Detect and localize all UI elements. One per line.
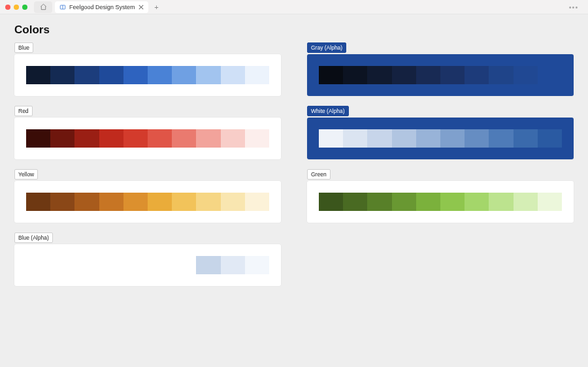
- color-swatch[interactable]: [50, 193, 74, 211]
- color-swatch[interactable]: [123, 129, 148, 148]
- palette-label: Red: [14, 106, 33, 116]
- palette-card[interactable]: [14, 181, 281, 223]
- color-swatch[interactable]: [245, 66, 269, 84]
- color-swatch[interactable]: [343, 193, 367, 211]
- color-swatch[interactable]: [99, 129, 123, 148]
- color-swatch[interactable]: [343, 129, 367, 148]
- color-swatch[interactable]: [440, 129, 465, 148]
- color-swatch[interactable]: [440, 66, 465, 84]
- color-swatch[interactable]: [26, 256, 50, 274]
- color-swatch[interactable]: [367, 129, 391, 148]
- palette-columns: BlueRedYellowBlue (Alpha) Gray (Alpha)Wh…: [14, 40, 574, 294]
- page-title: Colors: [14, 24, 574, 37]
- color-swatch[interactable]: [172, 256, 196, 274]
- palette-group[interactable]: Gray (Alpha): [307, 40, 574, 96]
- close-window-button[interactable]: [5, 5, 10, 10]
- palette-group[interactable]: Blue (Alpha): [14, 231, 281, 286]
- palette-label: Blue: [14, 42, 33, 53]
- palette-group[interactable]: Yellow: [14, 167, 281, 223]
- palette-card[interactable]: [14, 54, 281, 96]
- color-swatch[interactable]: [343, 66, 367, 84]
- color-swatch[interactable]: [172, 129, 196, 148]
- color-swatch[interactable]: [221, 256, 245, 274]
- color-swatch[interactable]: [245, 256, 269, 274]
- palette-card[interactable]: [307, 181, 574, 223]
- color-swatch[interactable]: [489, 66, 513, 84]
- color-swatch[interactable]: [196, 66, 220, 84]
- color-swatch[interactable]: [26, 193, 50, 211]
- color-swatch[interactable]: [196, 129, 220, 148]
- color-swatch[interactable]: [392, 129, 416, 148]
- color-swatch[interactable]: [99, 256, 123, 274]
- color-swatch[interactable]: [514, 66, 538, 84]
- color-swatch[interactable]: [148, 193, 172, 211]
- color-swatch[interactable]: [538, 129, 562, 148]
- color-swatch[interactable]: [172, 193, 196, 211]
- color-swatch[interactable]: [245, 129, 269, 148]
- color-swatch[interactable]: [319, 193, 343, 211]
- color-swatch[interactable]: [50, 129, 74, 148]
- palette-label: White (Alpha): [307, 106, 349, 116]
- color-swatch[interactable]: [489, 129, 513, 148]
- color-swatch[interactable]: [123, 193, 148, 211]
- color-swatch[interactable]: [465, 193, 489, 211]
- color-swatch[interactable]: [148, 129, 172, 148]
- color-swatch[interactable]: [367, 193, 391, 211]
- color-swatch[interactable]: [221, 129, 245, 148]
- palette-group[interactable]: Blue: [14, 40, 281, 96]
- color-swatch[interactable]: [245, 193, 269, 211]
- color-swatch[interactable]: [196, 193, 220, 211]
- color-swatch[interactable]: [367, 66, 391, 84]
- color-swatch[interactable]: [123, 66, 148, 84]
- color-swatch[interactable]: [74, 256, 99, 274]
- color-swatch[interactable]: [221, 193, 245, 211]
- color-swatch[interactable]: [26, 129, 50, 148]
- color-swatch[interactable]: [74, 66, 99, 84]
- color-swatch[interactable]: [148, 66, 172, 84]
- color-swatch[interactable]: [489, 193, 513, 211]
- color-swatch[interactable]: [514, 193, 538, 211]
- palette-group[interactable]: White (Alpha): [307, 104, 574, 159]
- color-swatch[interactable]: [50, 256, 74, 274]
- minimize-window-button[interactable]: [14, 5, 19, 10]
- new-tab-button[interactable]: +: [151, 1, 163, 13]
- palette-group[interactable]: Red: [14, 104, 281, 159]
- color-swatch[interactable]: [392, 193, 416, 211]
- color-swatch[interactable]: [196, 256, 220, 274]
- palette-card[interactable]: [307, 118, 574, 159]
- color-swatch[interactable]: [319, 66, 343, 84]
- palette-card[interactable]: [307, 54, 574, 96]
- palette-card[interactable]: [14, 244, 281, 286]
- color-swatch[interactable]: [392, 66, 416, 84]
- color-swatch[interactable]: [416, 129, 440, 148]
- color-swatch[interactable]: [440, 193, 465, 211]
- color-swatch[interactable]: [319, 129, 343, 148]
- color-swatch[interactable]: [465, 129, 489, 148]
- color-swatch[interactable]: [26, 66, 50, 84]
- color-swatch[interactable]: [416, 66, 440, 84]
- color-swatch[interactable]: [538, 66, 562, 84]
- canvas[interactable]: Colors BlueRedYellowBlue (Alpha) Gray (A…: [0, 14, 588, 303]
- home-button[interactable]: [34, 1, 52, 13]
- color-swatch[interactable]: [148, 256, 172, 274]
- palette-card[interactable]: [14, 118, 281, 159]
- color-swatch[interactable]: [123, 256, 148, 274]
- color-swatch[interactable]: [538, 193, 562, 211]
- color-swatch[interactable]: [221, 66, 245, 84]
- maximize-window-button[interactable]: [22, 5, 27, 10]
- color-swatch[interactable]: [416, 193, 440, 211]
- color-swatch[interactable]: [99, 193, 123, 211]
- palette-label: Blue (Alpha): [14, 232, 53, 243]
- color-swatch[interactable]: [99, 66, 123, 84]
- color-swatch[interactable]: [514, 129, 538, 148]
- palette-group[interactable]: Green: [307, 167, 574, 223]
- overflow-menu-button[interactable]: •••: [564, 1, 583, 13]
- color-swatch[interactable]: [172, 66, 196, 84]
- close-tab-icon[interactable]: [139, 5, 144, 10]
- color-swatch[interactable]: [74, 129, 99, 148]
- color-swatch[interactable]: [50, 66, 74, 84]
- component-icon: [59, 4, 66, 10]
- document-tab[interactable]: Feelgood Design System: [55, 1, 148, 13]
- color-swatch[interactable]: [465, 66, 489, 84]
- color-swatch[interactable]: [74, 193, 99, 211]
